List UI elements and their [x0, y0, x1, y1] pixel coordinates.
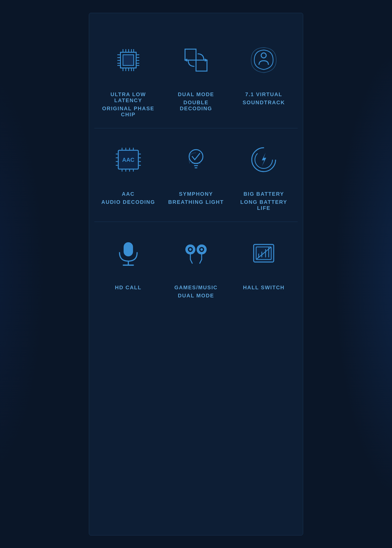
battery-line1: BIG BATTERY: [244, 191, 284, 197]
svg-line-65: [200, 259, 201, 263]
svg-point-62: [200, 248, 203, 251]
feature-symphony: SYMPHONY BREATHING LIGHT: [162, 128, 230, 222]
svg-rect-22: [185, 49, 196, 60]
svg-point-45: [189, 149, 203, 163]
svg-rect-1: [123, 55, 134, 65]
light-bulb-icon: [180, 144, 212, 175]
svg-point-26: [261, 53, 266, 58]
hd-call-labels: HD CALL: [115, 285, 142, 291]
virtual-sound-line2: SOUNDTRACK: [243, 100, 285, 106]
svg-rect-23: [196, 60, 207, 71]
dual-mode-icon: [180, 44, 212, 76]
features-row-1: ULTRA LOW LATENCY ORIGINAL PHASE CHIP: [94, 29, 298, 128]
earbuds-icon: [180, 238, 212, 269]
svg-point-58: [189, 248, 192, 251]
dual-mode-line2: DOUBLE DECODING: [167, 100, 224, 112]
aac-line1: AAC: [122, 191, 135, 197]
main-card: ULTRA LOW LATENCY ORIGINAL PHASE CHIP: [89, 13, 303, 535]
feature-virtual-sound: 7.1 VIRTUAL SOUNDTRACK: [230, 29, 298, 128]
aac-line2: AUDIO DECODING: [101, 199, 155, 205]
feature-battery: BIG BATTERY LONG BATTERY LIFE: [230, 128, 298, 222]
hall-switch-icon: [248, 238, 279, 269]
hd-call-line1: HD CALL: [115, 285, 142, 291]
chip-icon: [113, 44, 144, 76]
virtual-sound-line1: 7.1 VIRTUAL: [245, 91, 282, 97]
games-music-line2: DUAL MODE: [178, 293, 214, 299]
ultra-low-latency-line2: ORIGINAL PHASE CHIP: [100, 106, 157, 118]
svg-line-64: [190, 259, 192, 263]
feature-games-music: GAMES/MUSIC DUAL MODE: [162, 222, 230, 309]
ultra-low-latency-labels: ULTRA LOW LATENCY ORIGINAL PHASE CHIP: [100, 91, 157, 118]
hall-switch-line1: HALL SWITCH: [243, 285, 285, 291]
feature-hd-call: HD CALL: [94, 222, 162, 309]
virtual-sound-icon: [248, 44, 279, 76]
battery-icon: [248, 144, 279, 175]
symphony-line2: BREATHING LIGHT: [168, 199, 224, 205]
feature-aac: AAC: [94, 128, 162, 222]
microphone-icon: [113, 238, 144, 269]
dual-mode-labels: DUAL MODE DOUBLE DECODING: [167, 91, 224, 112]
games-music-line1: GAMES/MUSIC: [174, 285, 217, 291]
aac-labels: AAC AUDIO DECODING: [101, 191, 155, 205]
features-row-2: AAC: [94, 128, 298, 222]
virtual-sound-labels: 7.1 VIRTUAL SOUNDTRACK: [243, 91, 285, 106]
feature-dual-mode: DUAL MODE DOUBLE DECODING: [162, 29, 230, 128]
dual-mode-line1: DUAL MODE: [178, 91, 214, 97]
aac-icon: AAC: [113, 144, 144, 175]
battery-labels: BIG BATTERY LONG BATTERY LIFE: [235, 191, 292, 211]
svg-rect-53: [124, 242, 133, 256]
svg-text:AAC: AAC: [122, 157, 134, 163]
feature-hall-switch: HALL SWITCH: [230, 222, 298, 309]
feature-ultra-low-latency: ULTRA LOW LATENCY ORIGINAL PHASE CHIP: [94, 29, 162, 128]
symphony-line1: SYMPHONY: [179, 191, 213, 197]
battery-line2: LONG BATTERY LIFE: [235, 199, 292, 211]
games-music-labels: GAMES/MUSIC DUAL MODE: [174, 285, 217, 299]
ultra-low-latency-line1: ULTRA LOW LATENCY: [100, 91, 157, 103]
hall-switch-labels: HALL SWITCH: [243, 285, 285, 291]
symphony-labels: SYMPHONY BREATHING LIGHT: [168, 191, 224, 205]
features-row-3: HD CALL: [94, 222, 298, 309]
